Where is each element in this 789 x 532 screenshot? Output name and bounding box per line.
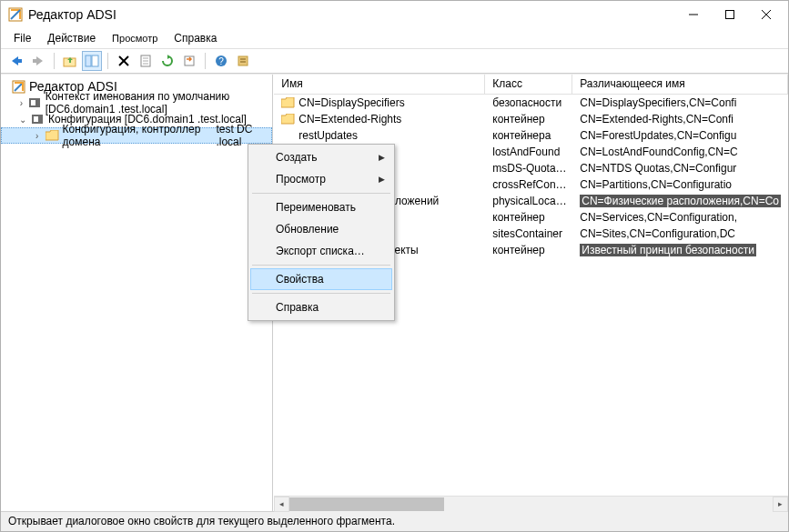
context-item[interactable]: Обновление	[250, 218, 392, 240]
cell-dn: Известный принцип безопасности	[572, 244, 788, 256]
context-item-label: Обновление	[276, 223, 339, 236]
toolbar-separator	[107, 53, 108, 69]
cell-class: msDS-Quota…	[485, 162, 572, 175]
context-item-label: Переименовать	[276, 201, 356, 214]
cell-dn: CN=DisplaySpecifiers,CN=Confi	[572, 96, 788, 109]
context-separator	[252, 193, 390, 194]
menubar: File Действие Просмотр Справка	[1, 28, 788, 48]
svg-rect-8	[86, 55, 91, 66]
context-item[interactable]: Просмотр▶	[250, 168, 392, 190]
cell-name: restUpdates	[274, 129, 485, 142]
minimize-button[interactable]	[675, 2, 712, 27]
column-class[interactable]: Класс	[485, 75, 572, 94]
cell-class: контейнер	[485, 211, 572, 224]
context-separator	[252, 293, 390, 294]
cell-dn: CN=ForestUpdates,CN=Configu	[572, 129, 788, 142]
scroll-thumb[interactable]	[289, 497, 444, 511]
menu-file[interactable]: File	[6, 30, 38, 46]
cell-dn: CN=NTDS Quotas,CN=Configur	[572, 162, 788, 175]
toolbar: ?	[1, 48, 788, 74]
tree-node-label: Конфигурация, контроллер домена	[63, 123, 206, 148]
close-button[interactable]	[748, 2, 784, 27]
scroll-left-button[interactable]: ◂	[274, 497, 289, 512]
cell-name-text: restUpdates	[298, 129, 358, 142]
submenu-arrow-icon: ▶	[379, 175, 385, 184]
horizontal-scrollbar[interactable]: ◂ ▸	[274, 496, 788, 511]
cell-dn: CN=Partitions,CN=Configuratio	[572, 178, 788, 191]
context-item[interactable]: Переименовать	[250, 196, 392, 218]
menu-action[interactable]: Действие	[40, 30, 103, 46]
list-row[interactable]: CN=DisplaySpecifiersбезопасностиCN=Displ…	[274, 95, 788, 111]
cell-dn: CN=Extended-Rights,CN=Confi	[572, 113, 788, 125]
context-menu: Создать▶Просмотр▶ПереименоватьОбновление…	[248, 144, 395, 321]
context-separator	[252, 265, 390, 266]
list-row[interactable]: restUpdatesконтейнераCN=ForestUpdates,CN…	[274, 127, 788, 144]
options-button[interactable]	[233, 51, 253, 71]
svg-rect-6	[33, 59, 37, 63]
up-folder-button[interactable]	[60, 51, 80, 71]
cell-class: physicalLoca…	[485, 195, 572, 207]
cell-dn: CN=LostAndFoundConfig,CN=C	[572, 146, 788, 158]
cell-name: CN=DisplaySpecifiers	[274, 96, 485, 109]
show-pane-button[interactable]	[82, 51, 102, 71]
export-button[interactable]	[179, 51, 199, 71]
toolbar-separator	[205, 53, 206, 69]
book-icon	[29, 97, 42, 108]
svg-rect-2	[726, 11, 734, 19]
cell-class: контейнер	[485, 113, 572, 125]
toolbar-separator	[54, 53, 55, 69]
tree-node-default-naming[interactable]: › Контекст именования по умолчанию [DC6.…	[1, 95, 272, 111]
delete-button[interactable]	[114, 51, 134, 71]
folder-icon	[281, 97, 295, 108]
column-name[interactable]: Имя	[274, 75, 485, 94]
svg-rect-24	[31, 100, 35, 105]
menu-view[interactable]: Просмотр	[105, 31, 165, 45]
scroll-right-button[interactable]: ▸	[773, 497, 788, 512]
cell-name-text: CN=Extended-Rights	[298, 113, 401, 125]
menu-help[interactable]: Справка	[167, 30, 224, 46]
book-icon	[32, 114, 45, 125]
list-header: Имя Класс Различающееся имя	[274, 75, 788, 95]
tree-node-config-dc[interactable]: › Конфигурация, контроллер домена test D…	[1, 127, 272, 144]
expand-icon[interactable]: ›	[17, 98, 25, 108]
status-bar: Открывает диалоговое окно свойств для те…	[1, 511, 788, 531]
tree-panel: Редактор ADSI › Контекст именования по у…	[1, 75, 273, 511]
cell-name: CN=Extended-Rights	[274, 113, 485, 125]
cell-dn: CN=Services,CN=Configuration,	[572, 211, 788, 224]
collapse-icon[interactable]: ⌄	[17, 115, 28, 125]
context-item-label: Создать	[276, 151, 318, 164]
help-button[interactable]: ?	[211, 51, 231, 71]
context-item-label: Экспорт списка…	[276, 245, 365, 257]
svg-text:?: ?	[218, 56, 224, 66]
titlebar: Редактор ADSI	[1, 1, 788, 28]
column-dn[interactable]: Различающееся имя	[572, 75, 788, 94]
refresh-button[interactable]	[157, 51, 177, 71]
folder-icon	[46, 130, 59, 141]
cell-dn: CN=Sites,CN=Configuration,DC	[572, 227, 788, 240]
submenu-arrow-icon: ▶	[379, 153, 385, 162]
folder-icon	[281, 114, 295, 125]
expand-icon[interactable]: ›	[33, 131, 42, 141]
context-item[interactable]: Свойства	[250, 268, 392, 290]
adsi-root-icon	[12, 80, 25, 94]
svg-rect-26	[34, 116, 38, 122]
cell-class: crossRefCon…	[485, 178, 572, 191]
list-row[interactable]: CN=Extended-RightsконтейнерCN=Extended-R…	[274, 111, 788, 127]
svg-rect-5	[17, 59, 22, 63]
cell-class: контейнера	[485, 129, 572, 142]
context-item-label: Просмотр	[276, 173, 326, 186]
context-item[interactable]: Создать▶	[250, 146, 392, 168]
context-item[interactable]: Экспорт списка…	[250, 240, 392, 262]
svg-rect-9	[92, 55, 98, 66]
context-item[interactable]: Справка	[250, 296, 392, 318]
svg-rect-19	[238, 56, 248, 65]
window-title: Редактор ADSI	[28, 7, 116, 22]
back-button[interactable]	[6, 51, 26, 71]
properties-button[interactable]	[136, 51, 156, 71]
maximize-button[interactable]	[712, 2, 748, 27]
cell-class: безопасности	[485, 96, 572, 109]
context-item-label: Справка	[276, 301, 319, 314]
forward-button[interactable]	[28, 51, 48, 71]
cell-class: контейнер	[485, 244, 572, 256]
scroll-track[interactable]	[289, 497, 773, 512]
